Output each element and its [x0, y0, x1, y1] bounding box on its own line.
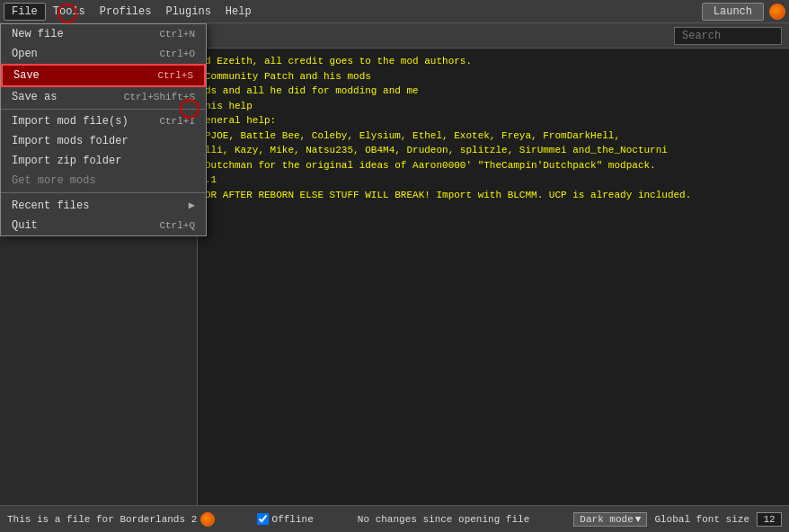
menu-divider-1: [1, 109, 206, 110]
menu-import-zip-folder-label: Import zip folder: [12, 155, 121, 167]
menu-new-file-label: New file: [12, 28, 64, 40]
menu-plugins[interactable]: Plugins: [158, 4, 217, 20]
menu-import-mods-folder-label: Import mods folder: [12, 135, 129, 147]
font-size-label: Global font size: [654, 514, 749, 525]
file-dropdown-menu: New file Ctrl+N Open Ctrl+O Save Ctrl+S …: [0, 23, 207, 236]
editor-line-1: d Ezeith, all credit goes to the mod aut…: [205, 54, 782, 69]
launch-button[interactable]: Launch: [702, 3, 764, 21]
menu-save-as-shortcut: Ctrl+Shift+S: [124, 92, 195, 102]
menu-open[interactable]: Open Ctrl+O: [1, 44, 206, 64]
status-left: This is a file for Borderlands 2: [7, 512, 246, 527]
menu-recent-files-label: Recent files: [12, 200, 89, 212]
offline-checkbox[interactable]: [257, 513, 269, 525]
menu-recent-files-arrow: ▶: [189, 199, 195, 212]
dark-mode-label: Dark mode: [580, 514, 633, 525]
editor-line-2: Community Patch and his mods: [205, 69, 782, 84]
menu-get-more-mods-label: Get more mods: [12, 174, 96, 187]
editor-line-6: PJOE, Battle Bee, Coleby, Elysium, Ethel…: [205, 129, 782, 144]
menu-import-zip-folder[interactable]: Import zip folder: [1, 151, 206, 171]
editor-line-3: ds and all he did for modding and me: [205, 84, 782, 99]
menu-import-mod-files-shortcut: Ctrl+I: [159, 116, 195, 127]
menubar: File Tools Profiles Plugins Help Launch: [0, 0, 789, 23]
menu-profiles[interactable]: Profiles: [93, 4, 159, 20]
launch-area: Launch: [702, 3, 785, 21]
menu-save-as[interactable]: Save as Ctrl+Shift+S: [1, 87, 206, 107]
menu-quit-label: Quit: [12, 219, 38, 232]
status-right: Dark mode ▼ Global font size 12: [573, 512, 782, 527]
menu-get-more-mods: Get more mods: [1, 171, 206, 191]
menu-import-mod-files[interactable]: Import mod file(s) Ctrl+I: [1, 111, 206, 131]
statusbar-bl2-label: This is a file for Borderlands 2: [7, 514, 197, 525]
menu-open-label: Open: [12, 48, 38, 60]
status-message: No changes since opening file: [358, 514, 529, 525]
statusbar: This is a file for Borderlands 2 Offline…: [0, 505, 789, 532]
bl-icon: [769, 4, 785, 20]
editor-line-9: .1: [205, 173, 782, 188]
offline-label: Offline: [272, 514, 314, 525]
menu-save-as-label: Save as: [12, 91, 57, 103]
dark-mode-button[interactable]: Dark mode ▼: [573, 512, 647, 527]
editor-line-10: OR AFTER REBORN ELSE STUFF WILL BREAK! I…: [205, 188, 782, 203]
editor-area: d Ezeith, all credit goes to the mod aut…: [198, 49, 789, 505]
menu-recent-files[interactable]: Recent files ▶: [1, 195, 206, 216]
editor-line-5: eneral help:: [205, 113, 782, 129]
menu-import-mod-files-label: Import mod file(s): [12, 115, 129, 128]
menu-open-shortcut: Ctrl+O: [159, 49, 195, 59]
menu-file[interactable]: File: [4, 3, 46, 21]
search-input[interactable]: [674, 27, 782, 45]
editor-line-4: his help: [205, 99, 782, 114]
menu-new-file-shortcut: Ctrl+N: [159, 29, 195, 40]
menu-divider-2: [1, 192, 206, 193]
editor-line-7: lli, Kazy, Mike, Natsu235, OB4M4, Drudeo…: [205, 143, 782, 158]
offline-wrapper: Offline: [257, 513, 314, 525]
menu-tools[interactable]: Tools: [46, 4, 93, 20]
menu-quit-shortcut: Ctrl+Q: [159, 220, 195, 231]
status-center: No changes since opening file: [324, 514, 563, 525]
editor-line-8: Dutchman for the original ideas of Aaron…: [205, 158, 782, 173]
menu-import-mods-folder[interactable]: Import mods folder: [1, 131, 206, 151]
menu-quit[interactable]: Quit Ctrl+Q: [1, 216, 206, 235]
menu-save-shortcut: Ctrl+S: [157, 70, 193, 81]
menu-save-label: Save: [13, 69, 40, 82]
menu-help[interactable]: Help: [218, 4, 259, 20]
dark-mode-arrow-icon: ▼: [635, 514, 642, 525]
menu-new-file[interactable]: New file Ctrl+N: [1, 24, 206, 44]
menu-save[interactable]: Save Ctrl+S: [1, 64, 206, 87]
statusbar-bl-icon: [200, 512, 215, 527]
font-size-value: 12: [757, 512, 782, 527]
